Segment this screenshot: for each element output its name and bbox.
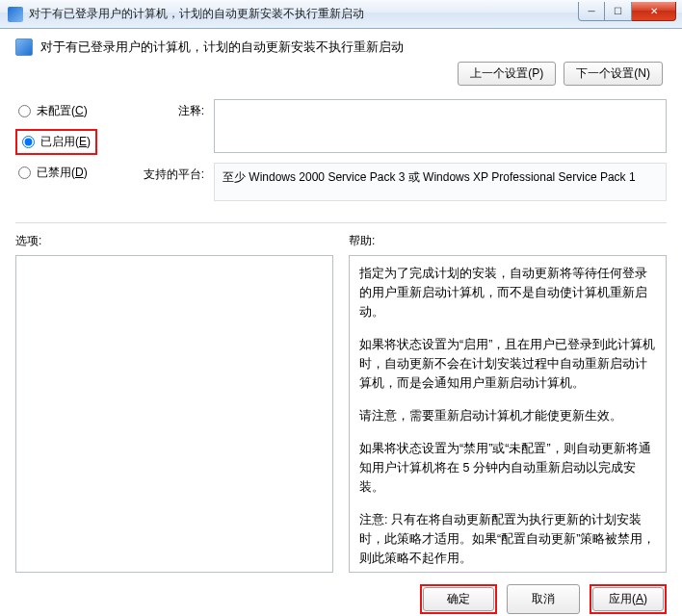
window-title: 对于有已登录用户的计算机，计划的自动更新安装不执行重新启动 — [29, 6, 578, 22]
help-label: 帮助: — [349, 233, 667, 249]
section-divider — [15, 222, 667, 223]
radio-not-configured[interactable]: 未配置(C) — [15, 101, 116, 121]
policy-title: 对于有已登录用户的计算机，计划的自动更新安装不执行重新启动 — [40, 39, 404, 56]
ok-button-highlight: 确定 — [420, 584, 497, 614]
cancel-button[interactable]: 取消 — [507, 584, 580, 614]
radio-enabled[interactable]: 已启用(E) — [19, 132, 93, 152]
maximize-button[interactable]: ☐ — [605, 2, 632, 21]
help-paragraph: 请注意，需要重新启动计算机才能使更新生效。 — [359, 406, 656, 425]
options-panel[interactable] — [15, 255, 333, 573]
help-paragraph: 注意: 只有在将自动更新配置为执行更新的计划安装时，此策略才适用。如果“配置自动… — [359, 510, 656, 568]
previous-setting-button[interactable]: 上一个设置(P) — [458, 62, 556, 86]
close-button[interactable]: ✕ — [632, 2, 676, 21]
state-radio-group: 未配置(C) 已启用(E) 已禁用(D) — [15, 99, 116, 211]
radio-disabled-input[interactable] — [18, 167, 31, 179]
supported-platforms-value: 至少 Windows 2000 Service Pack 3 或 Windows… — [214, 163, 667, 201]
app-icon — [8, 7, 23, 22]
supported-platforms-label: 支持的平台: — [133, 163, 204, 201]
radio-enabled-input[interactable] — [22, 136, 35, 148]
window-controls: ─ ☐ ✕ — [578, 2, 676, 21]
help-paragraph: 如果将状态设置为“启用”，且在用户已登录到此计算机时，自动更新不会在计划安装过程… — [359, 335, 656, 393]
ok-button[interactable]: 确定 — [423, 587, 494, 611]
radio-disabled-label: 已禁用(D) — [37, 165, 88, 181]
options-label: 选项: — [15, 233, 333, 249]
help-panel[interactable]: 指定为了完成计划的安装，自动更新将等待任何登录的用户重新启动计算机，而不是自动使… — [349, 255, 667, 573]
help-paragraph: 如果将状态设置为“禁用”或“未配置”，则自动更新将通知用户计算机将在 5 分钟内… — [359, 439, 656, 497]
comment-label: 注释: — [133, 99, 204, 153]
minimize-button[interactable]: ─ — [578, 2, 605, 21]
window-titlebar: 对于有已登录用户的计算机，计划的自动更新安装不执行重新启动 ─ ☐ ✕ — [0, 0, 682, 29]
radio-not-configured-label: 未配置(C) — [37, 103, 88, 119]
radio-disabled[interactable]: 已禁用(D) — [15, 163, 116, 183]
apply-button[interactable]: 应用(A) — [592, 587, 664, 611]
radio-not-configured-input[interactable] — [18, 105, 31, 117]
help-paragraph: 指定为了完成计划的安装，自动更新将等待任何登录的用户重新启动计算机，而不是自动使… — [359, 264, 656, 321]
apply-button-highlight: 应用(A) — [590, 584, 667, 614]
policy-icon — [15, 38, 33, 56]
radio-enabled-label: 已启用(E) — [40, 134, 91, 150]
next-setting-button[interactable]: 下一个设置(N) — [564, 62, 663, 86]
comment-textarea[interactable] — [214, 99, 667, 153]
